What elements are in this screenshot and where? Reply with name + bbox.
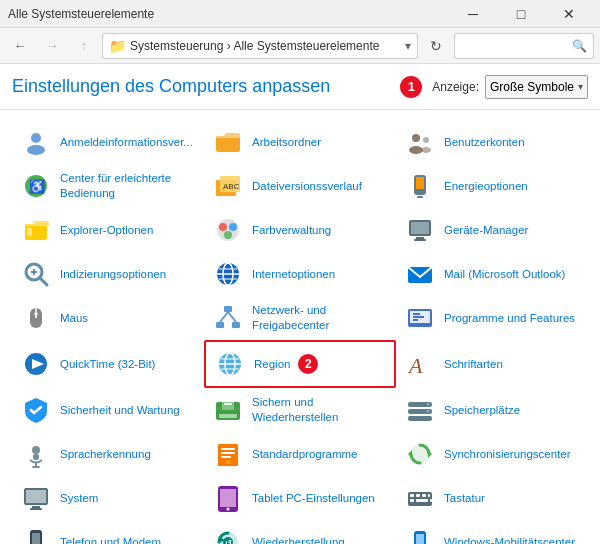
svg-point-3 (412, 134, 420, 142)
icon-speicher (404, 394, 436, 426)
svg-point-4 (409, 146, 423, 154)
item-sicherheit[interactable]: Sicherheit und Wartung (12, 388, 204, 432)
item-maus[interactable]: Maus (12, 296, 204, 340)
back-button[interactable]: ← (6, 32, 34, 60)
svg-rect-71 (221, 452, 235, 454)
page-header: Einstellungen des Computers anpassen 1 A… (0, 64, 600, 110)
address-dropdown-icon: ▾ (405, 39, 411, 53)
icon-telefon (20, 526, 52, 544)
label-explorer: Explorer-Optionen (60, 223, 153, 238)
svg-rect-58 (224, 403, 232, 405)
search-input[interactable] (461, 39, 572, 53)
view-dropdown[interactable]: Große Symbole ▾ (485, 75, 588, 99)
forward-button[interactable]: → (38, 32, 66, 60)
icon-farbverwal (212, 214, 244, 246)
svg-line-26 (40, 278, 47, 285)
icon-sprache (20, 438, 52, 470)
svg-rect-70 (221, 448, 235, 450)
item-center[interactable]: ♿Center für erleichterte Bedienung (12, 164, 204, 208)
label-anmelde: Anmeldeinformationsver... (60, 135, 193, 150)
svg-text:♿: ♿ (29, 178, 46, 195)
label-telefon: Telefon und Modem (60, 535, 161, 544)
icon-programme (404, 302, 436, 334)
item-tablet[interactable]: Tablet PC-Einstellungen (204, 476, 396, 520)
item-sichern[interactable]: Sichern und Wiederherstellen (204, 388, 396, 432)
svg-rect-14 (417, 196, 423, 198)
icon-quicktime (20, 348, 52, 380)
label-system: System (60, 491, 98, 506)
item-benutzerkonten[interactable]: Benutzerkonten (396, 120, 588, 164)
icon-sichern (212, 394, 244, 426)
minimize-button[interactable]: ─ (450, 0, 496, 28)
svg-rect-16 (27, 228, 32, 236)
item-sync[interactable]: Synchronisierungscenter (396, 432, 588, 476)
item-standard[interactable]: Standardprogramme (204, 432, 396, 476)
svg-rect-78 (32, 506, 40, 508)
refresh-button[interactable]: ↻ (422, 32, 450, 60)
label-tablet: Tablet PC-Einstellungen (252, 491, 375, 506)
item-explorer[interactable]: Explorer-Optionen (12, 208, 204, 252)
item-netzwerk[interactable]: Netzwerk- und Freigabecenter (204, 296, 396, 340)
svg-rect-88 (410, 499, 414, 502)
view-control: 1 Anzeige: Große Symbole ▾ (400, 75, 588, 99)
label-speicher: Speicherplätze (444, 403, 520, 418)
item-system[interactable]: System (12, 476, 204, 520)
item-wiederher[interactable]: ↺Wiederherstellung (204, 520, 396, 544)
icon-internet (212, 258, 244, 290)
svg-point-82 (227, 508, 230, 511)
label-sync: Synchronisierungscenter (444, 447, 571, 462)
svg-point-19 (229, 223, 237, 231)
item-energieopti[interactable]: Energieoptionen (396, 164, 588, 208)
item-programme[interactable]: Programme und Features (396, 296, 588, 340)
label-farbverwal: Farbverwaltung (252, 223, 331, 238)
icon-netzwerk (212, 302, 244, 334)
address-bar[interactable]: 📁 Systemsteuerung › Alle Systemsteuerele… (102, 33, 418, 59)
address-path: Systemsteuerung › Alle Systemsteuereleme… (130, 39, 379, 53)
icon-tablet (212, 482, 244, 514)
svg-rect-24 (414, 239, 426, 241)
svg-rect-22 (411, 222, 429, 234)
up-button[interactable]: ↑ (70, 32, 98, 60)
item-tastatur[interactable]: Tastatur (396, 476, 588, 520)
close-button[interactable]: ✕ (546, 0, 592, 28)
item-geraetemanager[interactable]: Geräte-Manager (396, 208, 588, 252)
svg-rect-13 (416, 177, 424, 189)
item-speicher[interactable]: Speicherplätze (396, 388, 588, 432)
item-indizierung[interactable]: Indizierungsoptionen (12, 252, 204, 296)
icon-center: ♿ (20, 170, 52, 202)
icon-arbeitsordner (212, 126, 244, 158)
label-sicherheit: Sicherheit und Wartung (60, 403, 180, 418)
svg-point-20 (224, 231, 232, 239)
item-internet[interactable]: Internetoptionen (204, 252, 396, 296)
label-sichern: Sichern und Wiederherstellen (252, 395, 388, 425)
item-quicktime[interactable]: QuickTime (32-Bit) (12, 340, 204, 388)
items-grid: Anmeldeinformationsver...ArbeitsordnerBe… (12, 120, 588, 544)
item-anmelde[interactable]: Anmeldeinformationsver... (12, 120, 204, 164)
icon-region (214, 348, 246, 380)
label-mail: Mail (Microsoft Outlook) (444, 267, 565, 282)
item-arbeitsordner[interactable]: Arbeitsordner (204, 120, 396, 164)
label-standard: Standardprogramme (252, 447, 357, 462)
item-windows-mob[interactable]: Windows-Mobilitätscenter (396, 520, 588, 544)
item-region[interactable]: Region2 (204, 340, 396, 388)
icon-sicherheit (20, 394, 52, 426)
svg-point-63 (427, 403, 430, 406)
item-telefon[interactable]: Telefon und Modem (12, 520, 204, 544)
navigation-bar: ← → ↑ 📁 Systemsteuerung › Alle Systemste… (0, 28, 600, 64)
item-mail[interactable]: Mail (Microsoft Outlook) (396, 252, 588, 296)
item-sprache[interactable]: Spracherkennung (12, 432, 204, 476)
icon-maus (20, 302, 52, 334)
search-bar[interactable]: 🔍 (454, 33, 594, 59)
item-farbverwal[interactable]: Farbverwaltung (204, 208, 396, 252)
item-schriftarten[interactable]: ASchriftarten (396, 340, 588, 388)
label-arbeitsordner: Arbeitsordner (252, 135, 321, 150)
svg-rect-62 (408, 416, 432, 421)
view-label: Anzeige: (432, 80, 479, 94)
page-title: Einstellungen des Computers anpassen (12, 76, 330, 97)
item-dateiversions[interactable]: ABCDateiversionssverlauf (204, 164, 396, 208)
maximize-button[interactable]: □ (498, 0, 544, 28)
label-programme: Programme und Features (444, 311, 575, 326)
label-quicktime: QuickTime (32-Bit) (60, 357, 155, 372)
svg-rect-84 (410, 494, 414, 497)
label-region: Region (254, 357, 290, 372)
